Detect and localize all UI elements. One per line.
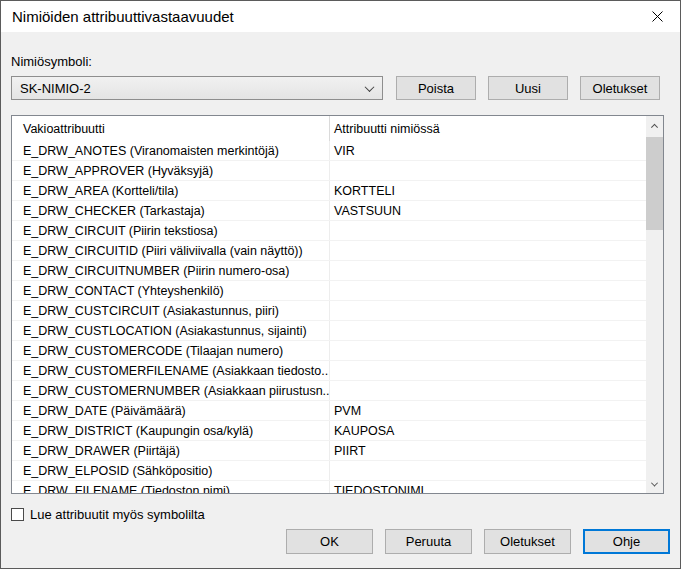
standard-attribute-cell: E_DRW_AREA (Kortteli/tila) — [12, 181, 330, 200]
table-row[interactable]: E_DRW_DRAWER (Piirtäjä)PIIRT — [12, 441, 646, 461]
scrollbar-thumb[interactable] — [646, 137, 663, 230]
table-body: E_DRW_ANOTES (Viranomaisten merkintöjä)V… — [12, 141, 646, 493]
close-button[interactable] — [635, 1, 680, 32]
label-attribute-cell[interactable]: TIEDOSTONIMI — [330, 481, 646, 493]
column-header-standard-attribute[interactable]: Vakioattribuutti — [12, 116, 330, 141]
defaults-top-button[interactable]: Oletukset — [580, 76, 660, 100]
label-attribute-cell[interactable] — [330, 321, 646, 340]
standard-attribute-cell: E_DRW_CIRCUITID (Piiri väliviivalla (vai… — [12, 241, 330, 260]
table-row[interactable]: E_DRW_APPROVER (Hyväksyjä) — [12, 161, 646, 181]
table-row[interactable]: E_DRW_DATE (Päivämäärä)PVM — [12, 401, 646, 421]
defaults-bottom-button[interactable]: Oletukset — [484, 529, 571, 554]
label-attribute-cell[interactable] — [330, 361, 646, 380]
label-attribute-cell[interactable]: KAUPOSA — [330, 421, 646, 440]
standard-attribute-cell: E_DRW_DRAWER (Piirtäjä) — [12, 441, 330, 460]
ok-button[interactable]: OK — [286, 529, 373, 554]
label-attribute-cell[interactable]: VIR — [330, 141, 646, 160]
table-row[interactable]: E_DRW_FILENAME (Tiedoston nimi)TIEDOSTON… — [12, 481, 646, 493]
table-row[interactable]: E_DRW_CIRCUITID (Piiri väliviivalla (vai… — [12, 241, 646, 261]
table-row[interactable]: E_DRW_DISTRICT (Kaupungin osa/kylä)KAUPO… — [12, 421, 646, 441]
label-attribute-cell[interactable] — [330, 281, 646, 300]
label-attribute-cell[interactable]: KORTTELI — [330, 181, 646, 200]
chevron-down-icon — [365, 82, 375, 92]
dialog-title: Nimiöiden attribuuttivastaavuudet — [1, 8, 234, 25]
vertical-scrollbar[interactable] — [646, 116, 663, 493]
standard-attribute-cell: E_DRW_CUSTLOCATION (Asiakastunnus, sijai… — [12, 321, 330, 340]
table-row[interactable]: E_DRW_ELPOSID (Sähköpositio) — [12, 461, 646, 481]
table-row[interactable]: E_DRW_ANOTES (Viranomaisten merkintöjä)V… — [12, 141, 646, 161]
symbol-combobox-value: SK-NIMIO-2 — [20, 81, 91, 96]
scroll-down-button[interactable] — [646, 476, 663, 493]
label-attribute-cell[interactable] — [330, 261, 646, 280]
label-attribute-cell[interactable] — [330, 461, 646, 480]
label-attribute-cell[interactable] — [330, 381, 646, 400]
standard-attribute-cell: E_DRW_CUSTCIRCUIT (Asiakastunnus, piiri) — [12, 301, 330, 320]
attribute-table: Vakioattribuutti Attribuutti nimiössä E_… — [11, 115, 664, 494]
table-row[interactable]: E_DRW_CHECKER (Tarkastaja)VASTSUUN — [12, 201, 646, 221]
table-row[interactable]: E_DRW_CUSTOMERFILENAME (Asiakkaan tiedos… — [12, 361, 646, 381]
symbol-label: Nimiösymboli: — [11, 54, 670, 70]
table-row[interactable]: E_DRW_CUSTCIRCUIT (Asiakastunnus, piiri) — [12, 301, 646, 321]
dialog-content: Nimiösymboli: SK-NIMIO-2 Poista Uusi Ole… — [1, 54, 680, 554]
read-symbol-attributes-label[interactable]: Lue attribuutit myös symbolilta — [30, 507, 205, 522]
footer-button-row: OK Peruuta Oletukset Ohje — [11, 529, 670, 554]
chevron-down-icon — [651, 480, 658, 487]
cancel-button[interactable]: Peruuta — [385, 529, 472, 554]
label-attribute-cell[interactable] — [330, 221, 646, 240]
table-row[interactable]: E_DRW_CIRCUIT (Piirin tekstiosa) — [12, 221, 646, 241]
table-row[interactable]: E_DRW_AREA (Kortteli/tila)KORTTELI — [12, 181, 646, 201]
table-row[interactable]: E_DRW_CUSTOMERCODE (Tilaajan numero) — [12, 341, 646, 361]
chevron-up-icon — [651, 124, 658, 131]
standard-attribute-cell: E_DRW_APPROVER (Hyväksyjä) — [12, 161, 330, 180]
standard-attribute-cell: E_DRW_DISTRICT (Kaupungin osa/kylä) — [12, 421, 330, 440]
label-attribute-cell[interactable] — [330, 301, 646, 320]
label-attribute-cell[interactable]: PVM — [330, 401, 646, 420]
standard-attribute-cell: E_DRW_CIRCUIT (Piirin tekstiosa) — [12, 221, 330, 240]
label-attribute-cell[interactable] — [330, 341, 646, 360]
label-attribute-cell[interactable]: VASTSUUN — [330, 201, 646, 220]
read-symbol-attributes-option[interactable]: Lue attribuutit myös symbolilta — [11, 507, 670, 522]
label-attribute-cell[interactable] — [330, 161, 646, 180]
table-scroll-area: Vakioattribuutti Attribuutti nimiössä E_… — [12, 116, 646, 493]
standard-attribute-cell: E_DRW_CIRCUITNUMBER (Piirin numero-osa) — [12, 261, 330, 280]
symbol-combobox[interactable]: SK-NIMIO-2 — [11, 76, 383, 100]
label-attribute-cell[interactable]: PIIRT — [330, 441, 646, 460]
table-row[interactable]: E_DRW_CUSTLOCATION (Asiakastunnus, sijai… — [12, 321, 646, 341]
standard-attribute-cell: E_DRW_DATE (Päivämäärä) — [12, 401, 330, 420]
standard-attribute-cell: E_DRW_CUSTOMERNUMBER (Asiakkaan piirustu… — [12, 381, 330, 400]
table-row[interactable]: E_DRW_CONTACT (Yhteyshenkilö) — [12, 281, 646, 301]
standard-attribute-cell: E_DRW_FILENAME (Tiedoston nimi) — [12, 481, 330, 493]
delete-symbol-button[interactable]: Poista — [396, 76, 476, 100]
table-header: Vakioattribuutti Attribuutti nimiössä — [12, 116, 646, 141]
column-header-label-attribute[interactable]: Attribuutti nimiössä — [330, 116, 646, 141]
standard-attribute-cell: E_DRW_ELPOSID (Sähköpositio) — [12, 461, 330, 480]
table-row[interactable]: E_DRW_CIRCUITNUMBER (Piirin numero-osa) — [12, 261, 646, 281]
symbol-controls-row: SK-NIMIO-2 Poista Uusi Oletukset — [11, 76, 670, 100]
standard-attribute-cell: E_DRW_CUSTOMERCODE (Tilaajan numero) — [12, 341, 330, 360]
read-symbol-attributes-checkbox[interactable] — [11, 508, 24, 521]
scroll-up-button[interactable] — [646, 116, 663, 133]
standard-attribute-cell: E_DRW_CONTACT (Yhteyshenkilö) — [12, 281, 330, 300]
standard-attribute-cell: E_DRW_CHECKER (Tarkastaja) — [12, 201, 330, 220]
titlebar: Nimiöiden attribuuttivastaavuudet — [1, 1, 680, 32]
label-attribute-cell[interactable] — [330, 241, 646, 260]
table-row[interactable]: E_DRW_CUSTOMERNUMBER (Asiakkaan piirustu… — [12, 381, 646, 401]
standard-attribute-cell: E_DRW_CUSTOMERFILENAME (Asiakkaan tiedos… — [12, 361, 330, 380]
attribute-mapping-dialog: Nimiöiden attribuuttivastaavuudet Nimiös… — [0, 0, 681, 569]
help-button[interactable]: Ohje — [583, 529, 670, 554]
close-icon — [652, 11, 663, 22]
standard-attribute-cell: E_DRW_ANOTES (Viranomaisten merkintöjä) — [12, 141, 330, 160]
new-symbol-button[interactable]: Uusi — [488, 76, 568, 100]
